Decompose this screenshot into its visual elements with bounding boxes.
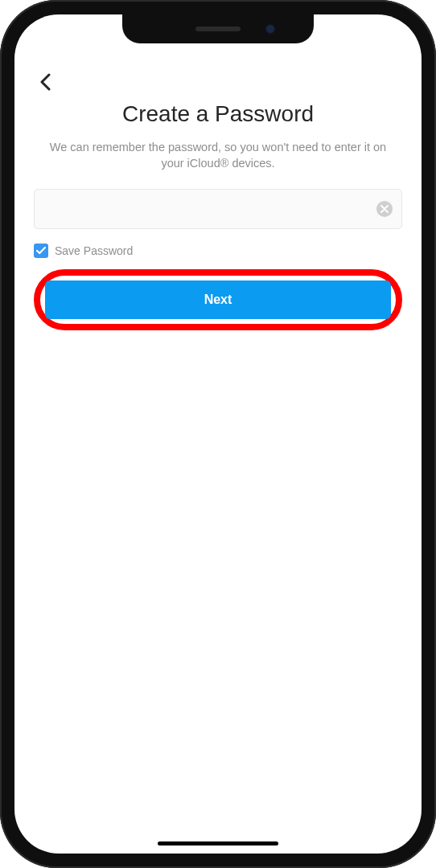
save-password-checkbox[interactable] [34,244,48,258]
clear-input-button[interactable] [376,201,393,217]
chevron-left-icon [39,73,51,91]
speaker-grille [195,27,241,31]
save-password-row: Save Password [34,244,402,258]
annotation-highlight: Next [34,269,402,330]
password-input-wrap [34,189,402,229]
save-password-label: Save Password [55,244,133,257]
notch [122,14,314,43]
nav-bar [34,64,402,100]
phone-frame: Create a Password We can remember the pa… [0,0,436,868]
back-button[interactable] [34,71,56,93]
clear-icon [380,205,389,213]
password-input[interactable] [34,189,402,229]
front-camera [265,24,275,34]
page-subtitle: We can remember the password, so you won… [34,140,402,171]
page-title: Create a Password [34,101,402,127]
next-button[interactable]: Next [45,280,391,319]
home-indicator[interactable] [158,841,278,845]
content-area: Create a Password We can remember the pa… [14,14,422,330]
screen: Create a Password We can remember the pa… [14,14,422,854]
check-icon [36,247,46,255]
